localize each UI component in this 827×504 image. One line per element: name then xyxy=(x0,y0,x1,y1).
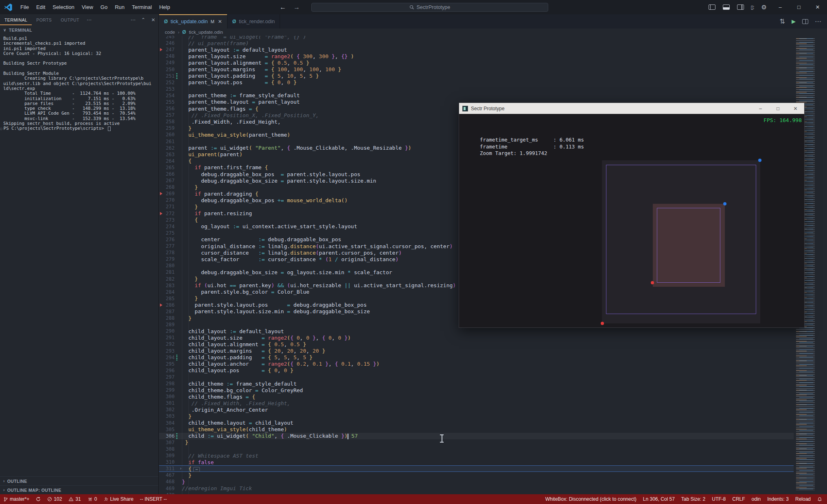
code-line[interactable]: 306 child := ui_widget( "Child", { .Mous… xyxy=(159,433,794,439)
code-line[interactable]: 252 parent_layout.pos = { 0, 0 } xyxy=(159,79,794,86)
code-line[interactable]: 468} xyxy=(159,478,794,485)
menu-selection[interactable]: Selection xyxy=(49,0,78,14)
breadcrumb-file[interactable]: tick_update.odin xyxy=(189,30,223,35)
code-line[interactable]: 300 child_theme.flags = { xyxy=(159,393,794,400)
toggle-panel-icon[interactable] xyxy=(723,4,730,10)
code-line[interactable]: 249 parent_layout.alignment = { 0.5, 0.5… xyxy=(159,59,794,66)
terminal-section-header[interactable]: ∨ TERMINAL xyxy=(0,25,158,35)
run-file-icon[interactable]: ▶ xyxy=(792,18,796,24)
sectr-prototype-window[interactable]: Sectr Prototype – □ ✕ FPS: 164.998 frame… xyxy=(459,103,805,328)
child-widget-box[interactable] xyxy=(653,204,725,287)
code-line[interactable]: 310 if false xyxy=(159,459,794,465)
editor-more-actions-icon[interactable]: ⋯ xyxy=(815,17,821,25)
breakpoint-arrow-icon[interactable] xyxy=(160,48,162,51)
statusbar-item-master[interactable]: master*+ xyxy=(0,494,33,504)
statusbar-item-indents-3[interactable]: Indents: 3 xyxy=(764,494,792,504)
window-close-button[interactable]: ✕ xyxy=(808,0,827,14)
code-line[interactable]: 303 } xyxy=(159,413,794,419)
code-line[interactable]: 301 // .Fixed_Width, .Fixed_Height, xyxy=(159,400,794,406)
sectr-minimize-button[interactable]: – xyxy=(752,103,769,114)
nav-forward-icon[interactable]: → xyxy=(293,4,300,11)
panel-tab-output[interactable]: OUTPUT xyxy=(56,14,84,25)
code-line[interactable]: 292 child_layout.alignment = { 0.5, 0.5 … xyxy=(159,341,794,347)
breadcrumb-folder[interactable]: code xyxy=(165,30,175,35)
code-line[interactable]: 469//endregion Imgui Tick xyxy=(159,485,794,491)
terminal-prompt-line[interactable]: ○PS C:\projects\SectrPrototype\scripts> xyxy=(0,126,158,131)
command-center-search[interactable]: SectrPrototype xyxy=(311,3,548,12)
code-line[interactable]: 311› {⋯ xyxy=(159,465,794,472)
panel-tab-terminal[interactable]: TERMINAL xyxy=(0,14,32,25)
menu-go[interactable]: Go xyxy=(97,0,111,14)
section-header-outline[interactable]: ›OUTLINE xyxy=(0,476,158,485)
menu-run[interactable]: Run xyxy=(111,0,128,14)
code-line[interactable]: 297 xyxy=(159,374,794,380)
toggle-secondary-sidebar-icon[interactable] xyxy=(737,4,744,10)
sectr-close-button[interactable]: ✕ xyxy=(787,103,804,114)
code-line[interactable]: 305 ui_theme_via_style(child_theme) xyxy=(159,426,794,433)
statusbar-item-utf-8[interactable]: UTF-8 xyxy=(709,494,729,504)
statusbar-item-whitebox-disconnected-click-to-connect[interactable]: WhiteBox: Disconnected (click to connect… xyxy=(542,494,640,504)
panel-tabs-more-icon[interactable]: ⋯ xyxy=(84,17,94,23)
statusbar-item-live-share[interactable]: Live Share xyxy=(100,494,136,504)
panel-maximize-icon[interactable]: ⌃ xyxy=(138,17,148,23)
menu-edit[interactable]: Edit xyxy=(33,0,49,14)
folded-code-badge[interactable]: ⋯ xyxy=(193,467,199,472)
statusbar-item-ln-306-col-57[interactable]: Ln 306, Col 57 xyxy=(640,494,678,504)
code-line[interactable]: 291 child_layout.size = range2({ 0, 0 },… xyxy=(159,334,794,341)
window-minimize-button[interactable]: – xyxy=(771,0,790,14)
sectr-maximize-button[interactable]: □ xyxy=(769,103,787,114)
code-line[interactable]: 299 child_theme.bg_color = Color_GreyRed xyxy=(159,387,794,393)
menu-terminal[interactable]: Terminal xyxy=(128,0,155,14)
code-line[interactable]: 246 // ui_parent(frame) xyxy=(159,40,794,46)
code-line[interactable]: 296 child_layout.pos = { 0, 0 } xyxy=(159,367,794,374)
code-line[interactable]: 251 parent_layout.padding = { 5, 10, 5, … xyxy=(159,73,794,79)
code-line[interactable]: 293 child_layout.margins = { 20, 20, 20,… xyxy=(159,348,794,354)
code-line[interactable]: 290 child_layout := default_layout xyxy=(159,328,794,334)
code-line[interactable]: 253 xyxy=(159,86,794,92)
code-line[interactable]: 245 // frame = ui_widget( "Frame", {} ) xyxy=(159,36,794,40)
fold-chevron-icon[interactable]: › xyxy=(179,466,182,471)
panel-more-actions-icon[interactable]: ⋯ xyxy=(128,17,138,23)
code-line[interactable]: 304 child_theme.layout = child_layout xyxy=(159,420,794,426)
statusbar-item-reload[interactable]: Reload xyxy=(792,494,814,504)
customize-layout-icon[interactable]: ▯: xyxy=(751,4,754,10)
code-line[interactable]: 309 // Whitespace AST test xyxy=(159,452,794,459)
menu-help[interactable]: Help xyxy=(155,0,174,14)
panel-close-icon[interactable]: ✕ xyxy=(149,17,158,23)
statusbar-item-31[interactable]: 31 xyxy=(65,494,84,504)
statusbar-item-bell[interactable] xyxy=(814,494,825,504)
panel-tab-ports[interactable]: PORTS xyxy=(32,14,56,25)
statusbar-item-sync[interactable] xyxy=(33,494,44,504)
statusbar-item-insert[interactable]: -- INSERT -- xyxy=(137,494,170,504)
statusbar-item-crlf[interactable]: CRLF xyxy=(729,494,748,504)
code-line[interactable]: 250 parent_layout.margins = { 100, 100, … xyxy=(159,66,794,72)
tab-tick_update-odin[interactable]: Øtick_update.odinM✕ xyxy=(159,14,228,28)
code-line[interactable]: 248 parent_layout.size = range2( { 300, … xyxy=(159,53,794,59)
statusbar-item-odin[interactable]: odin xyxy=(748,494,764,504)
section-header-outline-map-outline[interactable]: ›OUTLINE MAP: OUTLINE xyxy=(0,485,158,494)
code-line[interactable]: 302 .Origin_At_Anchor_Center xyxy=(159,406,794,413)
tab-close-icon[interactable]: ✕ xyxy=(218,19,222,24)
statusbar-item-0[interactable]: 0 xyxy=(84,494,101,504)
code-line[interactable]: 247 parent_layout := default_layout xyxy=(159,46,794,53)
breakpoint-arrow-icon[interactable] xyxy=(160,192,162,195)
window-maximize-button[interactable]: □ xyxy=(790,0,808,14)
split-editor-icon[interactable] xyxy=(802,19,808,24)
compare-changes-icon[interactable]: ⇅ xyxy=(780,17,785,25)
statusbar-item-tab-size-2[interactable]: Tab Size: 2 xyxy=(678,494,709,504)
sectr-viewport[interactable]: FPS: 164.998 frametime_target_ms : 6.061… xyxy=(459,114,804,328)
code-line[interactable]: 294 child_layout.padding = { 5, 5, 5, 5 … xyxy=(159,354,794,361)
menu-file[interactable]: File xyxy=(17,0,33,14)
breadcrumb[interactable]: code › Ø tick_update.odin xyxy=(159,28,827,36)
breakpoint-arrow-icon[interactable] xyxy=(160,212,162,215)
menu-view[interactable]: View xyxy=(78,0,97,14)
code-line[interactable]: 298 child_theme := frame_style_default xyxy=(159,380,794,387)
settings-gear-icon[interactable]: ⚙ xyxy=(761,4,767,11)
statusbar-item-102[interactable]: 102 xyxy=(44,494,65,504)
tab-tick_render-odin[interactable]: Øtick_render.odin xyxy=(228,14,280,28)
nav-back-icon[interactable]: ← xyxy=(280,4,286,11)
toggle-sidebar-icon[interactable] xyxy=(709,4,715,10)
code-line[interactable]: 307 } xyxy=(159,439,794,446)
code-line[interactable]: 254 parent_theme := frame_style_default xyxy=(159,92,794,99)
breakpoint-arrow-icon[interactable] xyxy=(160,303,162,307)
